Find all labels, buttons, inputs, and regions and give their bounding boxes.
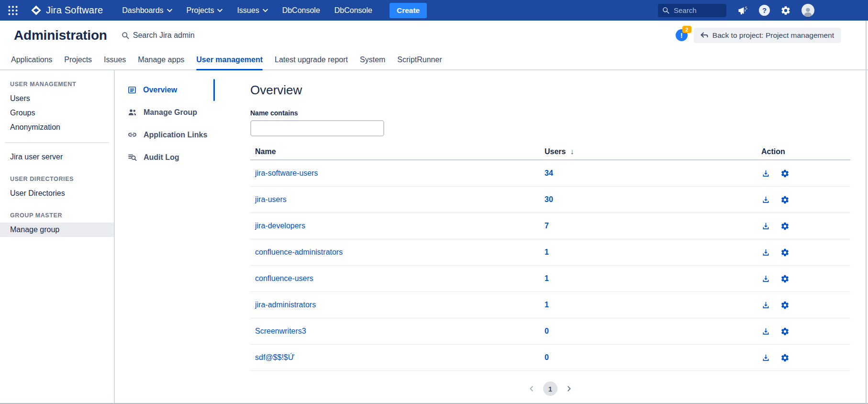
table-row: jira-developers 7	[250, 213, 850, 239]
group-name-link[interactable]: sdf@$$!$Ứ	[255, 353, 294, 361]
navbar-right-group: ?	[658, 4, 814, 17]
export-download-icon[interactable]	[761, 248, 770, 257]
group-name-link[interactable]: jira-software-users	[255, 169, 318, 177]
export-download-icon[interactable]	[761, 222, 770, 231]
page-number-button[interactable]: 1	[543, 382, 557, 396]
jira-logo-text: Jira Software	[46, 5, 103, 16]
group-settings-gear-icon[interactable]	[780, 353, 790, 362]
return-arrow-icon	[701, 32, 708, 39]
search-jira-admin-label: Search Jira admin	[133, 31, 195, 40]
search-icon	[662, 7, 669, 14]
table-row: Screenwriters3 0	[250, 318, 850, 345]
global-search[interactable]	[658, 4, 726, 17]
nav-item-dbconsole-2[interactable]: DbConsole	[334, 6, 372, 15]
app-switcher-icon[interactable]	[7, 4, 19, 17]
tab-system[interactable]: System	[360, 50, 385, 69]
export-download-icon[interactable]	[761, 327, 770, 336]
admin-header-right: ! 2 Back to project: Project management	[676, 28, 841, 43]
audit-log-icon	[127, 152, 137, 162]
group-users-count[interactable]: 0	[545, 353, 549, 362]
nav-item-dbconsole-1[interactable]: DbConsole	[282, 6, 320, 15]
tab-manage-apps[interactable]: Manage apps	[138, 50, 184, 69]
nav-item-projects[interactable]: Projects	[187, 6, 223, 15]
admin-sidebar: USER MANAGEMENT Users Groups Anonymizati…	[0, 70, 115, 403]
sidebar-divider	[5, 142, 109, 143]
jira-logo[interactable]: Jira Software	[31, 5, 103, 16]
sidebar-item-groups[interactable]: Groups	[0, 106, 114, 120]
group-settings-gear-icon[interactable]	[780, 169, 790, 178]
table-header-row: Name Users ↓ Action	[250, 144, 850, 160]
group-settings-gear-icon[interactable]	[780, 327, 790, 336]
export-download-icon[interactable]	[761, 274, 770, 283]
group-settings-gear-icon[interactable]	[780, 195, 790, 204]
tab-projects[interactable]: Projects	[64, 50, 92, 69]
table-row: jira-users 30	[250, 187, 850, 213]
previous-page-icon[interactable]	[527, 384, 536, 393]
group-name-link[interactable]: jira-administrators	[255, 301, 316, 309]
submenu-item-application-links[interactable]: Application Links	[115, 123, 218, 146]
table-row: sdf@$$!$Ứ 0	[250, 345, 850, 371]
group-name-link[interactable]: confluence-administrators	[255, 248, 343, 256]
group-users-count[interactable]: 1	[545, 274, 549, 283]
global-search-input[interactable]	[673, 6, 722, 15]
table-row: confluence-users 1	[250, 266, 850, 292]
search-icon	[122, 32, 129, 39]
section-title: Overview	[250, 83, 850, 98]
sidebar-item-user-directories[interactable]: User Directories	[0, 186, 114, 201]
announcements-megaphone-icon[interactable]	[737, 5, 748, 16]
export-download-icon[interactable]	[761, 169, 770, 178]
tab-user-management[interactable]: User management	[196, 50, 263, 69]
user-avatar[interactable]	[801, 4, 814, 17]
main-content: Overview Name contains Name Users ↓ Acti…	[250, 70, 850, 396]
create-button[interactable]: Create	[389, 3, 427, 18]
tab-latest-upgrade-report[interactable]: Latest upgrade report	[275, 50, 348, 69]
export-download-icon[interactable]	[761, 195, 770, 204]
group-users-count[interactable]: 34	[545, 169, 553, 178]
groups-table: Name Users ↓ Action jira-software-users …	[250, 144, 850, 371]
nav-item-dashboards[interactable]: Dashboards	[122, 6, 172, 15]
group-settings-gear-icon[interactable]	[780, 248, 790, 257]
tab-issues[interactable]: Issues	[104, 50, 126, 69]
export-download-icon[interactable]	[761, 301, 770, 310]
group-users-count[interactable]: 30	[545, 195, 553, 204]
group-users-count[interactable]: 7	[545, 222, 549, 230]
group-name-link[interactable]: jira-developers	[255, 222, 305, 230]
group-settings-gear-icon[interactable]	[780, 222, 790, 231]
jira-diamond-icon	[31, 5, 42, 16]
name-contains-input[interactable]	[250, 120, 384, 136]
group-users-count[interactable]: 0	[545, 327, 549, 336]
column-header-users[interactable]: Users ↓	[545, 147, 746, 156]
sidebar-item-anonymization[interactable]: Anonymization	[0, 120, 114, 135]
group-settings-gear-icon[interactable]	[780, 274, 790, 283]
nav-item-issues[interactable]: Issues	[237, 6, 267, 15]
group-name-link[interactable]: confluence-users	[255, 274, 313, 282]
group-master-submenu: Overview Manage Group Application Links …	[115, 70, 218, 168]
sidebar-item-jira-user-server[interactable]: Jira user server	[0, 150, 114, 164]
group-users-count[interactable]: 1	[545, 301, 549, 309]
help-icon[interactable]: ?	[759, 5, 770, 16]
notification-badge: 2	[682, 26, 691, 33]
group-name-link[interactable]: Screenwriters3	[255, 327, 306, 335]
submenu-item-manage-group[interactable]: Manage Group	[115, 101, 218, 123]
back-to-project-button[interactable]: Back to project: Project management	[694, 28, 841, 43]
sidebar-item-users[interactable]: Users	[0, 91, 114, 106]
tab-applications[interactable]: Applications	[11, 50, 52, 69]
notification-info-icon[interactable]: ! 2	[676, 29, 688, 41]
admin-header: Administration Search Jira admin ! 2 Bac…	[0, 21, 868, 50]
name-contains-label: Name contains	[250, 109, 850, 117]
group-users-count[interactable]: 1	[545, 248, 549, 257]
submenu-item-overview[interactable]: Overview	[115, 79, 218, 101]
table-row: jira-software-users 34	[250, 160, 850, 187]
next-page-icon[interactable]	[565, 384, 573, 393]
sort-descending-icon[interactable]: ↓	[570, 147, 574, 156]
column-header-name[interactable]: Name	[250, 147, 545, 156]
group-name-link[interactable]: jira-users	[255, 195, 287, 203]
tab-scriptrunner[interactable]: ScriptRunner	[397, 50, 442, 69]
group-settings-gear-icon[interactable]	[780, 301, 790, 310]
table-row: confluence-administrators 1	[250, 239, 850, 266]
gear-icon[interactable]	[780, 5, 791, 16]
submenu-item-audit-log[interactable]: Audit Log	[115, 146, 218, 168]
sidebar-item-manage-group[interactable]: Manage group	[0, 223, 114, 237]
export-download-icon[interactable]	[761, 353, 770, 362]
search-jira-admin[interactable]: Search Jira admin	[122, 31, 195, 40]
